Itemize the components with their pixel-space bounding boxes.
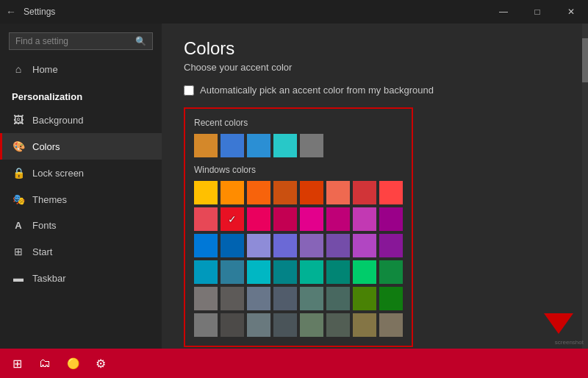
- windows-color-swatch[interactable]: [353, 287, 376, 310]
- recent-color-swatch[interactable]: [194, 134, 218, 157]
- windows-color-swatch[interactable]: [353, 181, 376, 204]
- windows-color-swatch[interactable]: [300, 181, 323, 204]
- windows-color-swatch[interactable]: [194, 313, 218, 337]
- windows-color-swatch[interactable]: [247, 207, 270, 231]
- windows-color-swatch[interactable]: [300, 260, 323, 284]
- windows-color-swatch[interactable]: [379, 234, 403, 257]
- windows-color-swatch[interactable]: [273, 207, 297, 231]
- windows-color-swatch[interactable]: [353, 313, 376, 337]
- fonts-icon: A: [12, 220, 25, 231]
- windows-color-swatch[interactable]: [326, 207, 350, 231]
- windows-color-swatch[interactable]: [194, 260, 218, 284]
- windows-color-swatch[interactable]: [220, 234, 244, 257]
- sidebar-label-fonts: Fonts: [32, 220, 57, 231]
- windows-color-swatch[interactable]: [326, 313, 350, 337]
- windows-color-swatch[interactable]: [247, 234, 270, 257]
- minimize-button[interactable]: —: [487, 0, 520, 24]
- windows-color-swatch[interactable]: [300, 313, 323, 337]
- windows-color-swatch[interactable]: [379, 260, 403, 284]
- recent-color-swatch[interactable]: [220, 134, 244, 157]
- recent-colors-row: [194, 134, 403, 157]
- sidebar-item-home[interactable]: ⌂ Home: [0, 56, 162, 82]
- windows-color-swatch[interactable]: [220, 313, 244, 337]
- app-layout: 🔍 ⌂ Home Personalization 🖼 Background 🎨 …: [0, 24, 588, 349]
- windows-color-swatch[interactable]: [273, 287, 297, 310]
- windows-color-swatch[interactable]: [379, 207, 403, 231]
- sidebar-item-background[interactable]: 🖼 Background: [0, 107, 162, 133]
- taskbar-app1-icon[interactable]: 🟡: [62, 352, 84, 374]
- windows-color-swatch[interactable]: [194, 207, 218, 231]
- sidebar-item-fonts[interactable]: A Fonts: [0, 213, 162, 238]
- titlebar: ← Settings — □ ✕: [0, 0, 588, 24]
- windows-color-swatch[interactable]: [379, 181, 403, 204]
- windows-color-swatch[interactable]: [273, 313, 297, 337]
- windows-color-swatch[interactable]: [379, 313, 403, 337]
- auto-accent-row: Automatically pick an accent color from …: [184, 85, 566, 96]
- windows-color-swatch[interactable]: [353, 234, 376, 257]
- sidebar-item-taskbar[interactable]: ▬ Taskbar: [0, 265, 162, 291]
- recent-color-swatch[interactable]: [300, 134, 323, 157]
- windows-color-swatch[interactable]: [353, 260, 376, 284]
- window-controls: — □ ✕: [487, 0, 588, 24]
- recent-color-swatch[interactable]: [273, 134, 297, 157]
- sidebar-item-start[interactable]: ⊞ Start: [0, 238, 162, 265]
- scrollbar[interactable]: [582, 24, 588, 349]
- windows-color-swatch[interactable]: [326, 287, 350, 310]
- windows-color-swatch[interactable]: [247, 287, 270, 310]
- sidebar-label-background: Background: [32, 115, 83, 126]
- sidebar-section: Personalization: [0, 82, 162, 107]
- sidebar-label-colors: Colors: [32, 141, 60, 152]
- sidebar-label-taskbar: Taskbar: [32, 273, 66, 284]
- page-subtitle: Choose your accent color: [184, 62, 566, 73]
- search-box[interactable]: 🔍: [9, 32, 153, 50]
- windows-color-swatch[interactable]: [220, 260, 244, 284]
- sidebar-item-colors[interactable]: 🎨 Colors: [0, 133, 162, 160]
- windows-color-swatch[interactable]: [194, 234, 218, 257]
- recent-colors-label: Recent colors: [194, 118, 403, 128]
- sidebar-label-lockscreen: Lock screen: [32, 168, 84, 179]
- recent-color-swatch[interactable]: [247, 134, 270, 157]
- windows-color-swatch[interactable]: [247, 181, 270, 204]
- windows-color-swatch[interactable]: [194, 287, 218, 310]
- color-picker-box: Recent colors Windows colors: [184, 107, 413, 347]
- back-button[interactable]: ←: [6, 6, 16, 18]
- windows-color-swatch[interactable]: [300, 287, 323, 310]
- windows-color-swatch[interactable]: [300, 234, 323, 257]
- taskbar-bar: ⊞ 🗂 🟡 ⚙: [0, 349, 588, 378]
- windows-color-swatch[interactable]: [247, 313, 270, 337]
- maximize-button[interactable]: □: [520, 0, 554, 24]
- sidebar: 🔍 ⌂ Home Personalization 🖼 Background 🎨 …: [0, 24, 162, 349]
- windows-color-swatch[interactable]: [273, 181, 297, 204]
- arrow-down-icon: [544, 313, 573, 334]
- scroll-arrow: [544, 313, 573, 334]
- sidebar-item-themes[interactable]: 🎭 Themes: [0, 186, 162, 213]
- windows-color-swatch[interactable]: [300, 207, 323, 231]
- titlebar-title: Settings: [24, 7, 55, 17]
- taskbar-start-icon[interactable]: ⊞: [6, 352, 28, 374]
- watermark: screenshot: [555, 339, 584, 346]
- windows-color-swatch[interactable]: [379, 287, 403, 310]
- windows-color-swatch[interactable]: [273, 260, 297, 284]
- windows-color-swatch[interactable]: [326, 181, 350, 204]
- windows-color-swatch[interactable]: [247, 260, 270, 284]
- windows-color-swatch[interactable]: [353, 207, 376, 231]
- search-input[interactable]: [15, 36, 135, 46]
- windows-colors-grid: [194, 181, 403, 337]
- windows-color-swatch[interactable]: [273, 234, 297, 257]
- taskbar-settings-icon[interactable]: ⚙: [90, 352, 112, 374]
- taskbar-files-icon[interactable]: 🗂: [34, 352, 56, 374]
- windows-color-swatch[interactable]: [194, 181, 218, 204]
- taskbar-icon: ▬: [12, 272, 25, 284]
- home-icon: ⌂: [12, 63, 25, 75]
- auto-accent-label: Automatically pick an accent color from …: [200, 85, 434, 96]
- windows-color-swatch[interactable]: [326, 260, 350, 284]
- close-button[interactable]: ✕: [554, 0, 588, 24]
- windows-color-swatch[interactable]: [220, 207, 244, 231]
- windows-color-swatch[interactable]: [220, 287, 244, 310]
- auto-accent-checkbox[interactable]: [184, 85, 194, 96]
- sidebar-item-lockscreen[interactable]: 🔒 Lock screen: [0, 160, 162, 186]
- start-icon: ⊞: [12, 246, 25, 257]
- windows-color-swatch[interactable]: [220, 181, 244, 204]
- windows-color-swatch[interactable]: [326, 234, 350, 257]
- colors-icon: 🎨: [12, 140, 25, 152]
